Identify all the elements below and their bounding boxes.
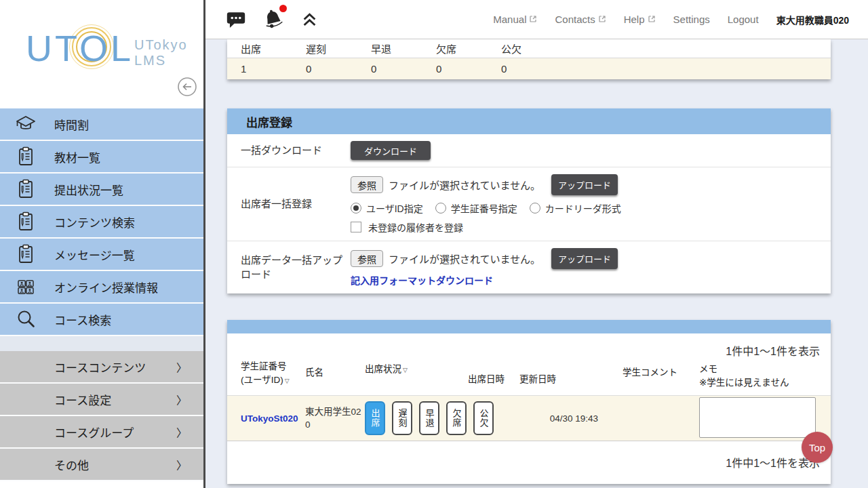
upload-button[interactable]: アップロード — [551, 248, 618, 269]
summary-value: 0 — [436, 63, 501, 75]
double-chevron-up-icon[interactable] — [300, 10, 319, 28]
back-arrow-icon — [177, 87, 197, 99]
sidebar-item-label: コース設定 — [54, 391, 111, 408]
help-link[interactable]: Help — [624, 14, 656, 25]
sidebar-item-label: コース検索 — [54, 311, 111, 328]
radio-user-id[interactable]: ユーザID指定 — [351, 201, 423, 215]
upload-button[interactable]: アップロード — [551, 174, 618, 195]
manual-link[interactable]: Manual — [493, 14, 537, 25]
scroll-to-top-button[interactable]: Top — [802, 432, 833, 463]
radio-student-card-number[interactable]: 学生証番号指定 — [435, 201, 517, 215]
bulk-download-label: 一括ダウンロード — [227, 144, 351, 157]
summary-header-row: 出席 遅刻 早退 欠席 公欠 — [227, 39, 831, 58]
chevron-right-icon: 〉 — [176, 391, 187, 407]
topbar-icons — [226, 7, 319, 32]
radio-selected-icon[interactable] — [351, 203, 361, 214]
logo-area: UTOL UTokyo LMS — [0, 0, 203, 108]
id-type-radio-group: ユーザID指定 学生証番号指定 カードリーダ形式 — [351, 201, 831, 215]
attendance-list-table: 1件中1〜1件を表示 学生証番号 (ユーザID)▽ 氏名 出席状況▽ 出席日時 … — [227, 320, 831, 484]
attendance-summary-table: 出席 遅刻 早退 欠席 公欠 1 0 0 0 0 — [227, 39, 831, 79]
topbar: Manual Contacts Help Settings Logout 東大用… — [205, 0, 868, 39]
status-button-excused[interactable]: 公欠 — [473, 401, 494, 435]
summary-value: 0 — [306, 63, 371, 75]
sidebar-divider — [203, 0, 205, 488]
sidebar-item-course-contents[interactable]: コースコンテンツ 〉 — [0, 351, 203, 384]
chevron-right-icon: 〉 — [176, 456, 187, 472]
list-header-row: 学生証番号 (ユーザID)▽ 氏名 出席状況▽ 出席日時 更新日時 学生コメント… — [227, 360, 831, 395]
column-header-memo: メモ ※学生には見えません — [699, 363, 831, 389]
external-link-icon — [529, 14, 537, 25]
summary-value: 0 — [501, 63, 566, 75]
status-button-early-leave[interactable]: 早退 — [419, 401, 439, 435]
download-button[interactable]: ダウンロード — [351, 141, 431, 160]
format-download-link[interactable]: 記入用フォーマットダウンロード — [351, 273, 493, 287]
browse-button[interactable]: 参照 — [351, 176, 383, 193]
summary-col-header: 遅刻 — [306, 41, 371, 56]
section-title: 出席登録 — [227, 108, 831, 134]
sidebar-collapse-button[interactable] — [177, 77, 197, 97]
sort-icon: ▽ — [403, 367, 408, 373]
bulk-register-label: 出席者一括登録 — [227, 197, 351, 211]
online-class-icon — [15, 276, 37, 298]
sidebar-item-online-class-info[interactable]: オンライン授業情報 — [0, 271, 203, 304]
status-button-present[interactable]: 出席 — [365, 401, 385, 435]
footer-count-text: 1件中1〜1件を表示 — [227, 441, 831, 484]
sidebar-item-label: 提出状況一覧 — [54, 181, 123, 198]
clipboard-icon — [15, 243, 37, 265]
summary-col-header: 早退 — [371, 41, 436, 56]
student-id-link[interactable]: UTokyoSt020 — [241, 413, 298, 424]
sidebar-item-content-search[interactable]: コンテンツ検索 — [0, 206, 203, 239]
main-content: 出席 遅刻 早退 欠席 公欠 1 0 0 0 0 出席登録 一括ダウンロード ダ… — [205, 39, 868, 488]
column-header-updated-at: 更新日時 — [519, 373, 601, 386]
sidebar-item-course-group[interactable]: コースグループ 〉 — [0, 416, 203, 449]
sidebar-item-materials[interactable]: 教材一覧 — [0, 141, 203, 174]
radio-unselected-icon[interactable] — [530, 203, 540, 214]
utol-logo: UTOL — [26, 27, 134, 69]
memo-textarea[interactable] — [699, 397, 816, 438]
status-button-late[interactable]: 遅刻 — [392, 401, 412, 435]
sidebar-item-submission-status[interactable]: 提出状況一覧 — [0, 174, 203, 206]
chevron-right-icon: 〉 — [176, 359, 187, 375]
sidebar-spacer — [0, 336, 203, 351]
bulk-upload-row: 出席データ一括アップロード 参照 ファイルが選択されていません。 アップロード … — [227, 241, 831, 293]
student-id-cell: UTokyoSt020 — [241, 413, 305, 424]
table-row: UTokyoSt020 東大用学生020 出席 遅刻 早退 欠席 公欠 04/3… — [227, 395, 831, 441]
notification-bell-icon[interactable] — [261, 7, 285, 32]
student-name-cell: 東大用学生020 — [305, 405, 365, 432]
browse-button[interactable]: 参照 — [351, 250, 383, 267]
bulk-register-row: 出席者一括登録 参照 ファイルが選択されていません。 アップロード ユーザID指… — [227, 167, 831, 241]
checkbox-unchecked-icon[interactable] — [351, 222, 361, 232]
chat-icon[interactable] — [226, 10, 246, 29]
sidebar-item-timetable[interactable]: 時間割 — [0, 108, 203, 141]
sidebar-item-label: その他 — [54, 456, 89, 473]
table-header-bar — [227, 320, 831, 333]
search-icon — [15, 308, 37, 330]
summary-col-header: 出席 — [241, 41, 306, 56]
sidebar-item-label: メッセージ一覧 — [54, 246, 135, 263]
sidebar-item-label: コースコンテンツ — [54, 359, 146, 375]
graduation-cap-icon — [15, 113, 37, 135]
attendance-register-section: 出席登録 一括ダウンロード ダウンロード 出席者一括登録 参照 ファイルが選択さ… — [227, 108, 831, 293]
summary-value: 1 — [241, 63, 306, 75]
radio-unselected-icon[interactable] — [435, 203, 446, 214]
column-header-status[interactable]: 出席状況▽ — [365, 363, 468, 376]
sidebar-item-messages[interactable]: メッセージ一覧 — [0, 239, 203, 271]
contacts-link[interactable]: Contacts — [555, 14, 606, 25]
result-count-text: 1件中1〜1件を表示 — [227, 333, 831, 360]
sidebar-item-course-search[interactable]: コース検索 — [0, 304, 203, 336]
bulk-upload-label: 出席データ一括アップロード — [227, 253, 351, 281]
sidebar-item-label: 時間割 — [54, 116, 89, 133]
status-button-absent[interactable]: 欠席 — [446, 401, 467, 435]
logout-link[interactable]: Logout — [728, 14, 759, 25]
sidebar: UTOL UTokyo LMS 時間割 — [0, 0, 203, 488]
sidebar-item-others[interactable]: その他 〉 — [0, 449, 203, 481]
column-header-attended-at: 出席日時 — [468, 373, 519, 386]
settings-link[interactable]: Settings — [673, 14, 710, 25]
notification-dot — [279, 5, 287, 12]
sidebar-item-course-settings[interactable]: コース設定 〉 — [0, 384, 203, 416]
status-button-group: 出席 遅刻 早退 欠席 公欠 — [365, 401, 468, 435]
updated-at-cell: 04/30 19:43 — [519, 413, 601, 424]
column-header-student-id[interactable]: 学生証番号 (ユーザID)▽ — [241, 360, 305, 386]
external-link-icon — [598, 14, 606, 25]
radio-card-reader[interactable]: カードリーダ形式 — [530, 201, 621, 215]
